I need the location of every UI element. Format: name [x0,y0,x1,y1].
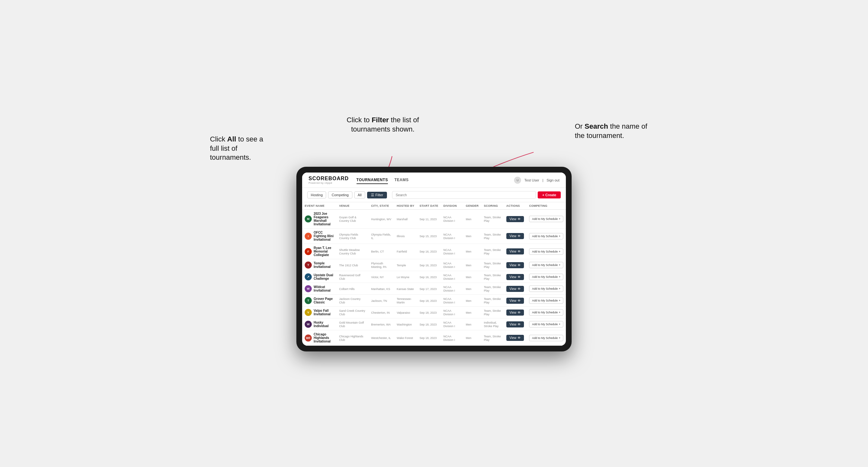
col-hosted: HOSTED BY [394,202,417,210]
filter-tab-all[interactable]: All [354,191,365,198]
col-division: DIVISION [441,202,463,210]
create-button[interactable]: + Create [538,191,561,198]
cell-actions-1: View 👁 [504,228,527,244]
search-input[interactable] [392,191,536,199]
cell-city-6: Jackson, TN [368,295,394,307]
cell-gender-3: Men [463,259,481,271]
view-button-5[interactable]: View 👁 [506,286,524,292]
plus-icon-8: + [559,323,560,326]
cell-date-8: Sep 18, 2023 [417,318,441,330]
eye-icon-1: 👁 [518,234,521,238]
table-row: WF Chicago Highlands Invitational Chicag… [302,330,566,346]
view-button-2[interactable]: View 👁 [506,248,524,254]
team-logo-8: W [305,321,312,328]
plus-icon-4: + [559,275,560,278]
plus-icon-7: + [559,311,560,314]
add-to-schedule-button-6[interactable]: Add to My Schedule + [529,298,563,304]
cell-competing-3: Add to My Schedule + [527,259,566,271]
table-row: W Husky Individual Gold Mountain Golf Cl… [302,318,566,330]
view-button-0[interactable]: View 👁 [506,216,524,222]
event-name-text-6: Grover Page Classic [314,297,334,304]
view-button-7[interactable]: View 👁 [506,310,524,316]
cell-hosted-5: Kansas State [394,283,417,295]
cell-venue-7: Sand Creek Country Club [336,307,368,318]
cell-event-name-5: W Wildcat Invitational [302,283,336,295]
cell-actions-3: View 👁 [504,259,527,271]
filter-button[interactable]: ☰ Filter [367,192,387,198]
add-to-schedule-button-1[interactable]: Add to My Schedule + [529,233,563,240]
view-button-8[interactable]: View 👁 [506,321,524,328]
cell-hosted-2: Fairfield [394,244,417,259]
cell-event-name-8: W Husky Individual [302,318,336,330]
team-logo-3: T [305,261,312,269]
cell-hosted-0: Marshall [394,210,417,228]
add-to-schedule-button-7[interactable]: Add to My Schedule + [529,309,563,316]
plus-icon-6: + [559,299,560,302]
table-row: I OFCC Fighting Illini Invitational Olym… [302,228,566,244]
add-to-schedule-button-8[interactable]: Add to My Schedule + [529,321,563,328]
cell-actions-6: View 👁 [504,295,527,307]
cell-event-name-6: T Grover Page Classic [302,295,336,307]
view-button-1[interactable]: View 👁 [506,233,524,239]
cell-city-0: Huntington, WV [368,210,394,228]
cell-gender-0: Men [463,210,481,228]
filter-tab-competing[interactable]: Competing [328,191,352,198]
col-event-name: EVENT NAME [302,202,336,210]
cell-event-name-7: V Valpo Fall Invitational [302,307,336,318]
add-to-schedule-button-3[interactable]: Add to My Schedule + [529,262,563,268]
filter-tab-hosting[interactable]: Hosting [307,191,326,198]
cell-scoring-5: Team, Stroke Play [482,283,504,295]
event-name-text-4: Upstate Dual Challenge [314,273,334,280]
cell-competing-4: Add to My Schedule + [527,271,566,283]
cell-gender-6: Men [463,295,481,307]
cell-event-name-4: ↗ Upstate Dual Challenge [302,271,336,283]
events-table-wrapper: EVENT NAME VENUE CITY, STATE HOSTED BY S… [302,202,566,346]
add-to-schedule-button-5[interactable]: Add to My Schedule + [529,285,563,292]
user-name: Test User [524,178,539,182]
cell-actions-0: View 👁 [504,210,527,228]
plus-icon-3: + [559,263,560,267]
cell-competing-2: Add to My Schedule + [527,244,566,259]
view-button-3[interactable]: View 👁 [506,262,524,268]
cell-division-6: NCAA Division I [441,295,463,307]
event-name-text-2: Ryan T. Lee Memorial Collegiate [314,246,334,257]
plus-icon-5: + [559,287,560,290]
add-to-schedule-button-4[interactable]: Add to My Schedule + [529,274,563,280]
cell-division-0: NCAA Division I [441,210,463,228]
cell-competing-9: Add to My Schedule + [527,330,566,346]
cell-venue-4: Ravenwood Golf Club [336,271,368,283]
cell-division-5: NCAA Division I [441,283,463,295]
add-to-schedule-button-2[interactable]: Add to My Schedule + [529,248,563,255]
team-logo-5: W [305,285,312,292]
cell-scoring-0: Team, Stroke Play [482,210,504,228]
nav-tab-teams[interactable]: TEAMS [394,176,409,184]
cell-date-0: Sep 11, 2023 [417,210,441,228]
cell-division-8: NCAA Division I [441,318,463,330]
cell-city-5: Manhattan, KS [368,283,394,295]
add-to-schedule-button-0[interactable]: Add to My Schedule + [529,216,563,222]
add-to-schedule-button-9[interactable]: Add to My Schedule + [529,335,563,341]
plus-icon-9: + [559,336,560,340]
event-name-text-7: Valpo Fall Invitational [314,309,334,316]
eye-icon-3: 👁 [518,263,521,267]
cell-date-6: Sep 18, 2023 [417,295,441,307]
cell-date-2: Sep 16, 2023 [417,244,441,259]
table-row: M 2023 Joe Feaganes Marshall Invitationa… [302,210,566,228]
cell-actions-2: View 👁 [504,244,527,259]
view-button-6[interactable]: View 👁 [506,298,524,304]
table-row: V Valpo Fall Invitational Sand Creek Cou… [302,307,566,318]
eye-icon-4: 👁 [518,275,521,279]
col-city: CITY, STATE [368,202,394,210]
cell-scoring-7: Team, Stroke Play [482,307,504,318]
cell-venue-5: Colbert Hills [336,283,368,295]
eye-icon-0: 👁 [518,217,521,221]
view-button-9[interactable]: View 👁 [506,335,524,341]
view-button-4[interactable]: View 👁 [506,274,524,280]
signout-link[interactable]: Sign out [547,178,559,182]
cell-date-3: Sep 16, 2023 [417,259,441,271]
col-date: START DATE [417,202,441,210]
cell-city-1: Olympia Fields, IL [368,228,394,244]
event-name-text-5: Wildcat Invitational [314,285,334,292]
nav-tab-tournaments[interactable]: TOURNAMENTS [356,176,388,184]
tablet-frame: SCOREBOARD Powered by clippd TOURNAMENTS… [297,167,571,351]
